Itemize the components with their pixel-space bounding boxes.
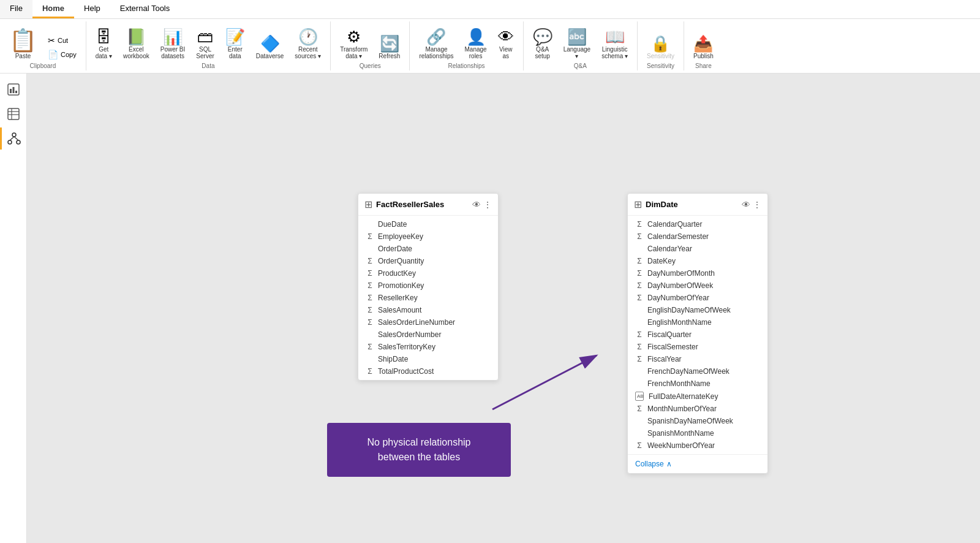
security-items: 💬 Q&Asetup 🔤 Language▾ 📖 Linguisticschem… <box>529 27 632 61</box>
dim-date-title: DimDate <box>646 200 738 209</box>
ribbon-tab-bar: File Home Help External Tools <box>0 0 980 19</box>
recent-icon: 🕐 <box>298 29 318 45</box>
enter-data-label: Enterdata <box>228 46 243 59</box>
tab-external-tools[interactable]: External Tools <box>110 0 179 18</box>
manage-roles-button[interactable]: 👤 Manageroles <box>461 27 491 61</box>
linguistic-schema-button[interactable]: 📖 Linguisticschema ▾ <box>597 27 632 61</box>
field-promotion-key-label: PromotionKey <box>378 281 491 290</box>
field-product-key-label: ProductKey <box>378 269 491 278</box>
field-day-num-week-label: DayNumberOfWeek <box>647 281 760 290</box>
tab-home[interactable]: Home <box>32 0 74 18</box>
transform-data-button[interactable]: ⚙ Transformdata ▾ <box>336 27 372 61</box>
recent-sources-button[interactable]: 🕐 Recentsources ▾ <box>290 27 325 61</box>
field-order-quantity: Σ OrderQuantity <box>358 255 498 267</box>
fact-reseller-sales-card: ⊞ FactResellerSales 👁 ⋮ DueDate Σ Employ… <box>358 193 499 381</box>
cut-label: Cut <box>58 37 68 44</box>
dataverse-button[interactable]: 🔷 Dataverse <box>252 34 288 61</box>
sensitivity-group-label: Sensitivity <box>647 63 674 69</box>
dim-table-actions[interactable]: 👁 ⋮ <box>742 200 761 210</box>
field-spanish-day-name: SpanishDayNameOfWeek <box>628 415 767 427</box>
queries-group: ⚙ Transformdata ▾ 🔄 Refresh Queries <box>331 21 410 70</box>
get-data-button[interactable]: 🗄 Getdata ▾ <box>91 27 116 61</box>
publish-button[interactable]: 📤 Publish <box>689 34 718 61</box>
fact-reseller-sales-title: FactResellerSales <box>376 200 469 209</box>
field-fiscal-quarter-label: FiscalQuarter <box>647 330 760 339</box>
excel-button[interactable]: 📗 Excelworkbook <box>119 27 154 61</box>
view-as-button[interactable]: 👁 Viewas <box>494 27 518 61</box>
refresh-label: Refresh <box>379 53 400 59</box>
svg-rect-4 <box>8 108 19 120</box>
collapse-button[interactable]: Collapse ∧ <box>628 454 767 473</box>
copy-button[interactable]: 📄 Copy <box>43 48 81 61</box>
main-canvas[interactable]: ⊞ FactResellerSales 👁 ⋮ DueDate Σ Employ… <box>27 74 980 543</box>
field-sigma-icon: Σ <box>366 318 374 327</box>
get-data-label: Getdata ▾ <box>96 46 112 59</box>
tab-help[interactable]: Help <box>74 0 110 18</box>
field-total-product-cost: Σ TotalProductCost <box>358 365 498 378</box>
field-cal-semester-label: CalendarSemester <box>647 232 760 241</box>
field-day-num-month-label: DayNumberOfMonth <box>647 269 760 278</box>
qa-setup-button[interactable]: 💬 Q&Asetup <box>529 27 557 61</box>
dim-date-card: ⊞ DimDate 👁 ⋮ Σ CalendarQuarter Σ Calend… <box>627 193 768 474</box>
abc-icon: AB <box>635 392 644 401</box>
field-sigma-icon: Σ <box>635 343 644 351</box>
field-promotion-key: Σ PromotionKey <box>358 279 498 292</box>
field-sigma-icon: Σ <box>366 232 374 241</box>
field-total-cost-label: TotalProductCost <box>378 367 491 376</box>
fact-reseller-sales-header: ⊞ FactResellerSales 👁 ⋮ <box>358 194 498 216</box>
field-reseller-key: Σ ResellerKey <box>358 292 498 304</box>
sensitivity-button[interactable]: 🔒 Sensitivity <box>643 34 679 61</box>
sensitivity-group: 🔒 Sensitivity Sensitivity <box>638 21 684 70</box>
field-french-day-name: FrenchDayNameOfWeek <box>628 365 767 378</box>
table-icon-dim: ⊞ <box>634 199 642 210</box>
tab-file[interactable]: File <box>0 0 32 18</box>
field-sigma-icon: Σ <box>366 269 374 278</box>
more-icon[interactable]: ⋮ <box>753 200 761 210</box>
share-items: 📤 Publish <box>689 34 718 61</box>
field-day-num-month: Σ DayNumberOfMonth <box>628 267 767 279</box>
field-sigma-icon: Σ <box>635 441 644 450</box>
fact-table-actions[interactable]: 👁 ⋮ <box>472 200 492 210</box>
refresh-button[interactable]: 🔄 Refresh <box>374 34 404 61</box>
sql-server-button[interactable]: 🗃 SQLServer <box>192 27 218 61</box>
field-ship-date: ShipDate <box>358 353 498 365</box>
field-eng-day-name-label: EnglishDayNameOfWeek <box>647 306 760 314</box>
eye-icon[interactable]: 👁 <box>472 200 481 210</box>
relationships-items: 🔗 Managerelationships 👤 Manageroles 👁 Vi… <box>415 27 518 61</box>
sidebar-icon-table[interactable] <box>2 103 24 125</box>
field-calendar-semester: Σ CalendarSemester <box>628 230 767 243</box>
field-sigma-icon: Σ <box>366 306 374 314</box>
data-items: 🗄 Getdata ▾ 📗 Excelworkbook 📊 Power BIda… <box>91 27 325 61</box>
paste-button[interactable]: 📋 Paste <box>5 28 41 61</box>
relationships-label: Relationships <box>448 63 485 69</box>
enter-data-button[interactable]: 📝 Enterdata <box>221 27 249 61</box>
field-reseller-key-label: ResellerKey <box>378 294 491 302</box>
field-month-num-year-label: MonthNumberOfYear <box>647 404 760 413</box>
field-fiscal-quarter: Σ FiscalQuarter <box>628 328 767 341</box>
field-day-num-week: Σ DayNumberOfWeek <box>628 279 767 292</box>
manage-roles-icon: 👤 <box>466 29 486 45</box>
svg-line-14 <box>492 355 597 409</box>
security-group: 💬 Q&Asetup 🔤 Language▾ 📖 Linguisticschem… <box>524 21 638 70</box>
eye-icon[interactable]: 👁 <box>742 200 750 210</box>
field-order-qty-label: OrderQuantity <box>378 257 491 265</box>
language-button[interactable]: 🔤 Language▾ <box>559 27 595 61</box>
refresh-icon: 🔄 <box>380 36 399 51</box>
cut-button[interactable]: ✂ Cut <box>43 34 81 47</box>
field-sigma-icon: Σ <box>635 355 644 363</box>
powerbi-label: Power BIdatasets <box>160 46 186 59</box>
field-sigma-icon: Σ <box>635 404 644 413</box>
field-sales-order-num-label: SalesOrderNumber <box>378 330 491 339</box>
manage-relationships-button[interactable]: 🔗 Managerelationships <box>415 27 458 61</box>
field-calendar-year: CalendarYear <box>628 243 767 255</box>
sidebar-icon-model[interactable] <box>0 127 26 150</box>
svg-point-8 <box>12 133 16 137</box>
sidebar-icon-report[interactable] <box>2 78 24 101</box>
field-ship-date-label: ShipDate <box>378 355 491 363</box>
powerbi-datasets-button[interactable]: 📊 Power BIdatasets <box>156 27 190 61</box>
field-fiscal-semester-label: FiscalSemester <box>647 343 760 351</box>
relationships-group: 🔗 Managerelationships 👤 Manageroles 👁 Vi… <box>410 21 523 70</box>
publish-icon: 📤 <box>693 36 713 51</box>
paste-icon: 📋 <box>9 29 37 51</box>
more-icon[interactable]: ⋮ <box>483 200 492 210</box>
